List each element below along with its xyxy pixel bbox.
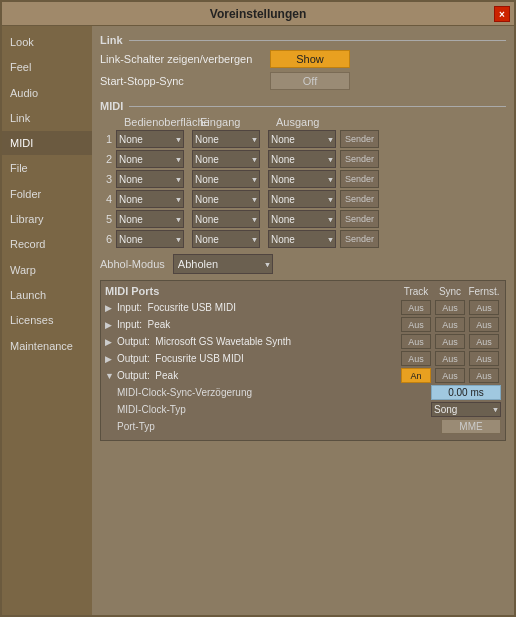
show-button[interactable]: Show: [270, 50, 350, 68]
clock-type-select[interactable]: Song: [431, 402, 501, 417]
bedieno-select-wrapper-3[interactable]: None ▼: [116, 170, 184, 188]
abholmodus-select[interactable]: Abholen: [173, 254, 273, 274]
clock-type-row: MIDI-Clock-Typ Song ▼: [105, 402, 501, 417]
sidebar-item-file[interactable]: File: [2, 156, 92, 180]
port-expand-arrow-1[interactable]: ▶: [105, 320, 117, 330]
sync-btn-1[interactable]: Aus: [435, 317, 465, 332]
ausgang-select-wrapper-4[interactable]: None ▼: [268, 190, 336, 208]
bedieno-select-wrapper-4[interactable]: None ▼: [116, 190, 184, 208]
track-btn-3[interactable]: Aus: [401, 351, 431, 366]
eingang-select-wrapper-4[interactable]: None ▼: [192, 190, 260, 208]
sender-button-2[interactable]: Sender: [340, 150, 379, 168]
ausgang-select-2[interactable]: None: [268, 150, 336, 168]
track-btn-0[interactable]: Aus: [401, 300, 431, 315]
fernst-btn-3[interactable]: Aus: [469, 351, 499, 366]
fernst-btn-4[interactable]: Aus: [469, 368, 499, 383]
port-name-2: Output: Microsoft GS Wavetable Synth: [117, 336, 399, 347]
ausgang-select-wrapper-6[interactable]: None ▼: [268, 230, 336, 248]
midi-row-num-5: 5: [100, 213, 112, 225]
port-buttons-0: Aus Aus Aus: [399, 300, 501, 315]
sync-btn-0[interactable]: Aus: [435, 300, 465, 315]
midi-row-2: 2 None ▼ None ▼ None ▼ Sender: [100, 150, 506, 168]
ausgang-select-3[interactable]: None: [268, 170, 336, 188]
eingang-select-wrapper-2[interactable]: None ▼: [192, 150, 260, 168]
bedieno-select-4[interactable]: None: [116, 190, 184, 208]
start-stopp-row: Start-Stopp-Sync Off: [100, 72, 506, 90]
abholmodus-select-wrapper[interactable]: Abholen ▼: [173, 254, 273, 274]
bedieno-select-wrapper-5[interactable]: None ▼: [116, 210, 184, 228]
title-bar: Voreinstellungen ×: [2, 2, 514, 26]
ausgang-select-4[interactable]: None: [268, 190, 336, 208]
sender-button-3[interactable]: Sender: [340, 170, 379, 188]
clock-type-label: MIDI-Clock-Typ: [117, 404, 431, 415]
off-button[interactable]: Off: [270, 72, 350, 90]
sidebar-item-midi[interactable]: MIDI: [2, 131, 92, 155]
track-btn-2[interactable]: Aus: [401, 334, 431, 349]
eingang-select-wrapper-3[interactable]: None ▼: [192, 170, 260, 188]
bedieno-select-wrapper-1[interactable]: None ▼: [116, 130, 184, 148]
sidebar-item-warp[interactable]: Warp: [2, 258, 92, 282]
main-panel: Link Link-Schalter zeigen/verbergen Show…: [92, 26, 514, 615]
eingang-select-3[interactable]: None: [192, 170, 260, 188]
eingang-select-1[interactable]: None: [192, 130, 260, 148]
ausgang-select-wrapper-5[interactable]: None ▼: [268, 210, 336, 228]
sender-button-4[interactable]: Sender: [340, 190, 379, 208]
sync-btn-3[interactable]: Aus: [435, 351, 465, 366]
ausgang-select-5[interactable]: None: [268, 210, 336, 228]
port-expand-arrow-3[interactable]: ▶: [105, 354, 117, 364]
midi-row-6: 6 None ▼ None ▼ None ▼ Sender: [100, 230, 506, 248]
sidebar-item-licenses[interactable]: Licenses: [2, 308, 92, 332]
link-section: Link Link-Schalter zeigen/verbergen Show…: [100, 34, 506, 90]
fernst-btn-2[interactable]: Aus: [469, 334, 499, 349]
sidebar-item-library[interactable]: Library: [2, 207, 92, 231]
bedieno-select-5[interactable]: None: [116, 210, 184, 228]
sidebar-item-maintenance[interactable]: Maintenance: [2, 334, 92, 358]
sidebar-item-look[interactable]: Look: [2, 30, 92, 54]
midi-row-num-6: 6: [100, 233, 112, 245]
clock-type-select-wrapper[interactable]: Song ▼: [431, 402, 501, 417]
bedieno-select-3[interactable]: None: [116, 170, 184, 188]
sender-button-6[interactable]: Sender: [340, 230, 379, 248]
eingang-select-6[interactable]: None: [192, 230, 260, 248]
midi-ports-section: MIDI Ports Track Sync Fernst. ▶ Input: F…: [100, 280, 506, 441]
ausgang-select-1[interactable]: None: [268, 130, 336, 148]
eingang-select-wrapper-6[interactable]: None ▼: [192, 230, 260, 248]
sender-button-1[interactable]: Sender: [340, 130, 379, 148]
port-type-label: Port-Typ: [117, 421, 441, 432]
bedieno-select-1[interactable]: None: [116, 130, 184, 148]
sync-btn-4[interactable]: Aus: [435, 368, 465, 383]
track-btn-1[interactable]: Aus: [401, 317, 431, 332]
bedieno-select-6[interactable]: None: [116, 230, 184, 248]
eingang-select-wrapper-1[interactable]: None ▼: [192, 130, 260, 148]
sidebar-item-launch[interactable]: Launch: [2, 283, 92, 307]
sidebar-item-folder[interactable]: Folder: [2, 182, 92, 206]
eingang-select-4[interactable]: None: [192, 190, 260, 208]
sidebar-item-record[interactable]: Record: [2, 232, 92, 256]
ausgang-select-6[interactable]: None: [268, 230, 336, 248]
main-window: Voreinstellungen × LookFeelAudioLinkMIDI…: [0, 0, 516, 617]
eingang-select-2[interactable]: None: [192, 150, 260, 168]
sender-button-5[interactable]: Sender: [340, 210, 379, 228]
port-row-1: ▶ Input: Peak Aus Aus Aus: [105, 317, 501, 332]
eingang-select-5[interactable]: None: [192, 210, 260, 228]
ausgang-select-wrapper-2[interactable]: None ▼: [268, 150, 336, 168]
ausgang-select-wrapper-3[interactable]: None ▼: [268, 170, 336, 188]
sync-btn-2[interactable]: Aus: [435, 334, 465, 349]
fernst-btn-0[interactable]: Aus: [469, 300, 499, 315]
port-expand-arrow-4[interactable]: ▼: [105, 371, 117, 381]
fernst-btn-1[interactable]: Aus: [469, 317, 499, 332]
bedieno-select-wrapper-2[interactable]: None ▼: [116, 150, 184, 168]
close-button[interactable]: ×: [494, 6, 510, 22]
sidebar-item-audio[interactable]: Audio: [2, 81, 92, 105]
col-bedieno: Bedienoberfläche: [124, 116, 196, 128]
bedieno-select-wrapper-6[interactable]: None ▼: [116, 230, 184, 248]
clock-delay-input[interactable]: [431, 385, 501, 400]
ausgang-select-wrapper-1[interactable]: None ▼: [268, 130, 336, 148]
sidebar-item-link[interactable]: Link: [2, 106, 92, 130]
port-expand-arrow-2[interactable]: ▶: [105, 337, 117, 347]
eingang-select-wrapper-5[interactable]: None ▼: [192, 210, 260, 228]
bedieno-select-2[interactable]: None: [116, 150, 184, 168]
track-btn-4[interactable]: An: [401, 368, 431, 383]
sidebar-item-feel[interactable]: Feel: [2, 55, 92, 79]
port-expand-arrow-0[interactable]: ▶: [105, 303, 117, 313]
